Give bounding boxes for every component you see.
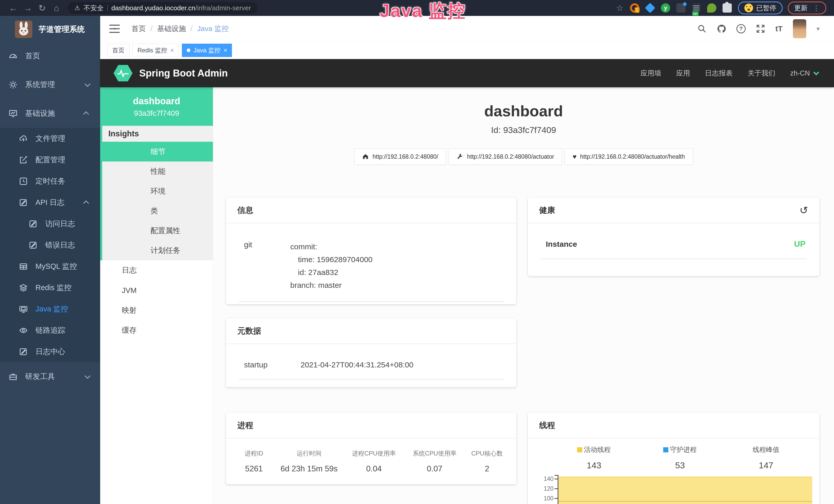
sba-brand[interactable]: Spring Boot Admin: [139, 68, 228, 79]
extension-letter: y: [664, 5, 667, 11]
sba-nav-journal[interactable]: 日志报表: [705, 69, 732, 78]
sba-main: dashboard Id: 93a3fc7f7409 http://192.16…: [213, 87, 834, 504]
help-icon[interactable]: ?: [737, 24, 746, 33]
sidebar-item-home[interactable]: 首页: [0, 42, 100, 70]
sidebar-item-label: 研发工具: [25, 371, 55, 382]
instance-header[interactable]: dashboard 93a3fc7f7409: [100, 87, 213, 126]
sidebar-collapse-icon[interactable]: [109, 24, 120, 33]
avatar-caret-icon[interactable]: ▾: [816, 25, 820, 32]
extension-green-icon[interactable]: y: [661, 3, 670, 13]
tab-java-monitor[interactable]: Java 监控 ×: [182, 44, 232, 57]
sba-item-logs[interactable]: 日志: [100, 260, 213, 280]
extensions-puzzle-icon[interactable]: [723, 3, 732, 13]
sidebar-item-tracing[interactable]: 链路追踪: [0, 320, 100, 341]
sidebar-item-config-management[interactable]: 配置管理: [0, 149, 100, 170]
sidebar-item-access-logs[interactable]: 访问日志: [0, 213, 100, 234]
health-card: 健康 ↺ Instance UP: [528, 198, 819, 276]
dashboard-icon: [9, 52, 18, 60]
chevron-down-icon: [85, 373, 91, 379]
font-size-icon[interactable]: tT: [775, 24, 783, 33]
history-icon[interactable]: ↺: [799, 204, 808, 216]
sba-nav-about[interactable]: 关于我们: [747, 69, 775, 78]
tab-label: 首页: [112, 46, 125, 54]
sba-item-environment[interactable]: 环境: [102, 181, 213, 201]
insights-section-title: Insights: [102, 126, 213, 142]
sba-item-mappings[interactable]: 映射: [100, 300, 213, 320]
info-commit-time: time: 1596289704000: [290, 253, 372, 266]
live-threads-area: [558, 477, 812, 504]
breadcrumb-infrastructure[interactable]: 基础设施: [157, 24, 186, 33]
extension-gem-icon[interactable]: [645, 3, 656, 13]
screen: ← → ↻ ⌂ ⚠ 不安全 dashboard.yudao.iocoder.cn…: [0, 0, 834, 504]
sidebar-item-mysql-monitor[interactable]: MySQL 监控: [0, 256, 100, 277]
browser-home-icon[interactable]: ⌂: [49, 3, 64, 13]
tab-close-icon[interactable]: ×: [170, 47, 174, 54]
home-icon: [362, 153, 369, 160]
instance-name: dashboard: [133, 96, 180, 107]
active-dot-icon: [187, 48, 190, 52]
extension-list-icon[interactable]: on: [692, 3, 701, 13]
health-row[interactable]: Instance UP: [528, 223, 819, 249]
tab-home[interactable]: 首页: [107, 44, 129, 57]
sba-item-jvm[interactable]: JVM: [100, 280, 213, 300]
back-icon[interactable]: ←: [6, 3, 21, 13]
area-gridline: [558, 501, 812, 502]
info-card: 信息 git commit: time: 1596289704000 id: 2…: [226, 198, 516, 304]
reload-icon[interactable]: ↻: [35, 3, 49, 13]
actuator-url-button[interactable]: http://192.168.0.2:48080/actuator: [449, 148, 562, 165]
extension-orange-icon[interactable]: 1: [630, 3, 639, 13]
y-axis-tick: 100: [538, 495, 553, 502]
sba-item-classes[interactable]: 类: [102, 201, 213, 221]
daemon-threads-value: 53: [637, 460, 723, 471]
sidebar-item-redis-monitor[interactable]: Redis 监控: [0, 277, 100, 298]
bookmark-star-icon[interactable]: ☆: [616, 3, 623, 13]
timer-icon: [19, 177, 28, 186]
peak-threads-label: 线程峰值: [752, 445, 779, 454]
tag-view-bar: 首页 Redis 监控 × Java 监控 ×: [100, 42, 834, 59]
update-button[interactable]: 更新 ⋮: [788, 2, 826, 15]
sidebar-item-label: 文件管理: [36, 134, 65, 144]
sidebar-item-file-management[interactable]: 文件管理: [0, 128, 100, 149]
sidebar-item-infrastructure[interactable]: 基础设施: [0, 99, 100, 128]
sidebar-item-java-monitor[interactable]: Java 监控: [0, 298, 100, 320]
sidebar-item-api-logs[interactable]: API 日志: [0, 192, 100, 213]
sba-item-scheduled-tasks[interactable]: 计划任务: [102, 240, 213, 260]
sidebar-item-dev-tools[interactable]: 研发工具: [0, 362, 100, 391]
address-bar[interactable]: ⚠ 不安全 dashboard.yudao.iocoder.cn/infra/a…: [68, 2, 258, 14]
app-logo-row[interactable]: 芋道管理系统: [0, 16, 100, 42]
sidebar-item-scheduled-jobs[interactable]: 定时任务: [0, 170, 100, 192]
process-col-header: 进程ID: [233, 449, 275, 458]
service-url-button[interactable]: http://192.168.0.2:48080/: [354, 148, 446, 165]
peak-threads-value: 147: [723, 460, 809, 471]
paused-button[interactable]: 已暂停: [738, 2, 783, 15]
sidebar-item-system[interactable]: 系统管理: [0, 70, 100, 99]
sba-item-metrics[interactable]: 性能: [102, 161, 213, 181]
locale-select[interactable]: zh-CN: [790, 69, 817, 77]
extension-badge: 1: [635, 7, 640, 13]
sba-item-caches[interactable]: 缓存: [100, 320, 213, 340]
tab-redis-monitor[interactable]: Redis 监控 ×: [133, 44, 179, 57]
sba-nav-wallboard[interactable]: 应用墙: [640, 69, 661, 78]
breadcrumb-home[interactable]: 首页: [132, 24, 146, 33]
extension-grid-icon[interactable]: [676, 3, 685, 13]
y-axis-tick: 120: [538, 485, 553, 492]
sba-nav: 应用墙 应用 日志报表 关于我们 zh-CN: [640, 69, 817, 78]
tab-close-icon[interactable]: ×: [223, 47, 227, 54]
extension-leaf-icon[interactable]: [707, 3, 716, 13]
tab-label: Redis 监控: [137, 46, 167, 54]
browser-menu-icon[interactable]: ⋮: [813, 4, 820, 12]
page-header: 首页 / 基础设施 / Java 监控 ? tT ▾: [100, 16, 834, 42]
health-url-button[interactable]: ♥ http://192.168.0.2:48080/actuator/heal…: [565, 148, 693, 165]
search-icon[interactable]: [697, 24, 707, 33]
sba-item-details[interactable]: 细节: [100, 142, 213, 161]
threads-card: 线程 活动线程 143 守护进程 53 线程峰值 147 140 120 100: [528, 413, 819, 504]
forward-icon[interactable]: →: [21, 3, 35, 13]
sba-item-config-props[interactable]: 配置属性: [102, 221, 213, 240]
github-icon[interactable]: [717, 24, 726, 33]
fullscreen-icon[interactable]: [756, 24, 765, 33]
sba-nav-applications[interactable]: 应用: [676, 69, 690, 78]
sidebar-item-error-logs[interactable]: 错误日志: [0, 234, 100, 256]
threads-chart: 140 120 100: [528, 474, 819, 504]
sidebar-item-log-center[interactable]: 日志中心: [0, 341, 100, 362]
avatar[interactable]: [793, 19, 806, 38]
